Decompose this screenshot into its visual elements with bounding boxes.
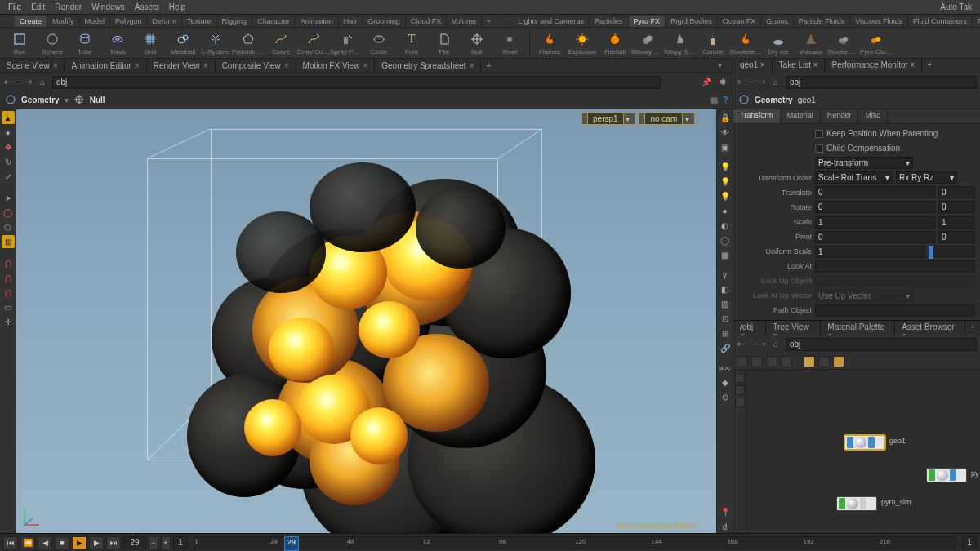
tab-assetbrowser[interactable]: Asset Browser ×: [895, 321, 965, 335]
tool-flames[interactable]: Flames: [533, 31, 566, 56]
sx-field[interactable]: [815, 216, 935, 229]
tool-sphere[interactable]: Sphere: [36, 31, 69, 56]
tool-wispy[interactable]: Wispy Smoke: [664, 31, 697, 56]
opt2-icon[interactable]: ⊙: [719, 390, 732, 403]
link-icon[interactable]: 🔗: [719, 341, 732, 354]
wire-icon[interactable]: ⊡: [719, 312, 732, 325]
nav-fwd-icon[interactable]: ⟶: [20, 76, 33, 89]
bulb1-icon[interactable]: 💡: [719, 160, 732, 173]
handle-icon[interactable]: ⊞: [2, 235, 15, 248]
shade4-icon[interactable]: ▦: [719, 248, 732, 261]
eye-icon[interactable]: 👁: [719, 126, 732, 139]
tab-takelist[interactable]: Take List ×: [773, 59, 826, 73]
tab-geosheet[interactable]: Geometry Spreadsheet×: [375, 60, 481, 72]
magnet1-icon[interactable]: ⋂: [2, 256, 15, 269]
tab-scene-view[interactable]: Scene View×: [0, 60, 65, 72]
move-tool-icon[interactable]: ✥: [2, 140, 15, 153]
pane-menu-icon[interactable]: ▾: [718, 60, 729, 72]
brush-tool-icon[interactable]: ●: [2, 126, 15, 139]
shelf-tab-pfluids[interactable]: Particle Fluids: [794, 16, 851, 27]
tool-smokeless[interactable]: Smokeless...: [729, 31, 762, 56]
shelf-tab-add[interactable]: +: [482, 16, 497, 27]
tool-lsystem[interactable]: L-System: [199, 31, 232, 56]
net-tool3-icon[interactable]: [735, 398, 745, 407]
tab-composite[interactable]: Composite View×: [216, 60, 296, 72]
geo-name[interactable]: geo1: [798, 96, 816, 104]
tool-curve[interactable]: Curve: [265, 31, 297, 56]
tab-render[interactable]: Render: [821, 109, 859, 123]
tool-drawcurve[interactable]: Draw Curve: [297, 31, 330, 56]
shelf-tab-particles[interactable]: Particles: [590, 16, 629, 27]
menu-edit[interactable]: Edit: [26, 1, 50, 13]
tool-grid[interactable]: Grid: [134, 31, 167, 56]
scale-tool-icon[interactable]: ⤢: [2, 170, 15, 183]
display-icon[interactable]: ▣: [719, 140, 732, 153]
tool-null[interactable]: Null: [461, 31, 493, 56]
menu-render[interactable]: Render: [50, 1, 87, 13]
net-tool2-icon[interactable]: [735, 385, 745, 395]
pretransform-dropdown[interactable]: Pre-transform▾: [815, 157, 913, 169]
pin-icon[interactable]: 📌: [700, 76, 713, 89]
shelf-tab-character[interactable]: Character: [252, 16, 296, 27]
tab-material[interactable]: Material: [781, 109, 821, 123]
node-py[interactable]: [926, 468, 967, 482]
lookat-field[interactable]: [815, 260, 975, 273]
menu-assets[interactable]: Assets: [130, 1, 164, 13]
dopt-icon[interactable]: d: [719, 520, 732, 533]
pointer-icon[interactable]: ➤: [2, 191, 15, 204]
bulb3-icon[interactable]: 💡: [719, 189, 732, 202]
cursor-icon[interactable]: ✛: [2, 315, 15, 328]
net-grid1-icon[interactable]: [751, 356, 763, 367]
color-icon[interactable]: ◧: [719, 282, 732, 295]
persp-dropdown[interactable]: persp1 ▾: [581, 113, 635, 125]
tool-candle[interactable]: Candle: [697, 31, 729, 56]
menu-windows[interactable]: Windows: [87, 1, 130, 13]
plane-icon[interactable]: ▭: [2, 300, 15, 313]
tab-add[interactable]: +: [481, 60, 496, 72]
net-folder-icon[interactable]: [833, 356, 844, 367]
frame-field[interactable]: [123, 536, 146, 549]
ry-field[interactable]: [938, 201, 975, 213]
frame-dec-button[interactable]: −: [149, 536, 158, 549]
nav-fwd2-icon[interactable]: ⟶: [753, 76, 766, 89]
shelf-tab-lights[interactable]: Lights and Cameras: [514, 16, 590, 27]
next-frame-button[interactable]: ▶: [89, 536, 104, 549]
net-note-icon[interactable]: [804, 356, 815, 367]
net-path-field[interactable]: obj: [786, 338, 977, 351]
tool-box[interactable]: Box: [3, 31, 36, 56]
menu-file[interactable]: File: [3, 1, 26, 13]
tool-circle[interactable]: Circle: [363, 31, 395, 56]
prev-frame-button[interactable]: ◀: [38, 536, 52, 549]
shelf-tab-fcontainers[interactable]: Fluid Containers: [908, 16, 973, 27]
viewport-3d[interactable]: persp1 ▾ no cam ▾: [16, 109, 716, 533]
net-list-icon[interactable]: [737, 356, 748, 367]
uscale-slider[interactable]: [929, 246, 975, 257]
shade3-icon[interactable]: ◯: [719, 233, 732, 247]
ortho-icon[interactable]: ⊞: [719, 327, 732, 340]
shelf-tab-texture[interactable]: Texture: [182, 16, 217, 27]
shelf-tab-populate[interactable]: Populate Containers: [973, 16, 980, 27]
pathobj-field[interactable]: [815, 304, 975, 317]
help-icon[interactable]: ?: [723, 96, 728, 104]
last-frame-button[interactable]: ⏭: [106, 536, 121, 549]
shelf-tab-hair[interactable]: Hair: [339, 16, 363, 27]
tab-add-right[interactable]: +: [922, 59, 937, 73]
select-tool-icon[interactable]: ▲: [2, 111, 15, 124]
magnet2-icon[interactable]: ⋂: [2, 271, 15, 284]
tool-volcano[interactable]: Volcano: [795, 31, 827, 56]
bg-icon[interactable]: ▨: [719, 297, 732, 310]
sy-field[interactable]: [938, 216, 975, 229]
shelf-tab-deform[interactable]: Deform: [148, 16, 183, 27]
tx-field[interactable]: [815, 186, 935, 198]
tool-pyroclus[interactable]: Pyro Cluster: [860, 31, 893, 56]
shelf-tab-volume[interactable]: Volume: [447, 16, 482, 27]
tool-billowy[interactable]: Billowy Sm...: [631, 31, 664, 56]
tool-file[interactable]: File: [428, 31, 461, 56]
shelf-tab-animation[interactable]: Animation: [296, 16, 339, 27]
nav-back2-icon[interactable]: ⟵: [737, 76, 750, 89]
marker-icon[interactable]: 📍: [719, 505, 732, 518]
tool-explosion[interactable]: Explosion: [566, 31, 599, 56]
shade1-icon[interactable]: ●: [719, 204, 732, 217]
menu-help[interactable]: Help: [164, 1, 191, 13]
opt1-icon[interactable]: ◆: [719, 375, 732, 389]
